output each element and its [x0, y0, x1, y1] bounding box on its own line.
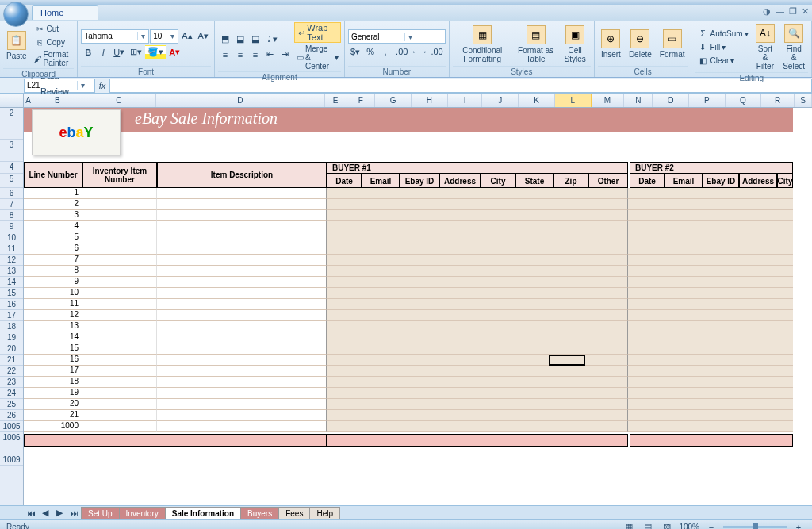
office-button[interactable]: [3, 2, 29, 27]
sheet-tab-sale-information[interactable]: Sale Information: [165, 507, 241, 519]
minimize-icon[interactable]: —: [776, 6, 784, 17]
wrap-icon: ↩: [297, 27, 305, 38]
find-icon: 🔍: [784, 24, 803, 43]
column-header: Other: [588, 174, 628, 188]
zoom-slider[interactable]: [723, 526, 787, 528]
align-middle-button[interactable]: ⬓: [233, 33, 247, 47]
insert-cells-button[interactable]: ⊕Insert: [598, 22, 624, 66]
row-headers[interactable]: 2345678910111213141516171819202122232425…: [0, 94, 24, 505]
zoom-in-button[interactable]: +: [791, 520, 806, 530]
indent-inc-button[interactable]: ⇥: [278, 48, 293, 62]
fill-color-button[interactable]: 🪣▾: [145, 45, 166, 59]
italic-button[interactable]: I: [96, 45, 110, 59]
sort-filter-button[interactable]: A↓Sort & Filter: [753, 22, 779, 72]
table-row[interactable]: 2: [24, 199, 793, 210]
close-icon[interactable]: ✕: [802, 6, 809, 17]
align-center-button[interactable]: ≡: [233, 48, 247, 62]
percent-button[interactable]: %: [363, 44, 377, 59]
paste-button[interactable]: 📋 Paste: [3, 22, 30, 68]
number-format-combo[interactable]: ▾: [348, 29, 446, 44]
format-as-table-button[interactable]: ▤Format as Table: [514, 22, 558, 66]
help-icon[interactable]: ◑: [763, 6, 771, 17]
table-row[interactable]: 11: [24, 299, 793, 310]
align-left-button[interactable]: ≡: [218, 48, 232, 62]
table-row[interactable]: 9: [24, 277, 793, 288]
underline-button[interactable]: U▾: [111, 45, 127, 59]
currency-button[interactable]: $▾: [348, 44, 362, 59]
find-select-button[interactable]: 🔍Find & Select: [779, 22, 808, 72]
delete-icon: ⊖: [630, 29, 649, 48]
autosum-button[interactable]: ΣAutoSum ▾: [695, 28, 750, 40]
table-row[interactable]: 13: [24, 321, 793, 332]
format-cells-button[interactable]: ▭Format: [657, 22, 688, 66]
column-header: Zip: [553, 174, 588, 188]
shrink-font-button[interactable]: A▾: [196, 29, 211, 44]
view-layout-button[interactable]: ▤: [641, 520, 655, 530]
column-headers[interactable]: ABCDEFGHIJKLMNOPQRS: [24, 94, 812, 108]
table-row[interactable]: 14: [24, 332, 793, 343]
align-right-button[interactable]: ≡: [248, 48, 262, 62]
table-row[interactable]: 20: [24, 399, 793, 410]
tab-nav-prev[interactable]: ◀: [38, 506, 52, 520]
table-row[interactable]: 1: [24, 188, 793, 199]
copy-icon: ⎘: [34, 36, 45, 48]
orientation-button[interactable]: ⤸▾: [263, 33, 280, 47]
copy-button[interactable]: ⎘Copy: [32, 36, 75, 48]
table-row[interactable]: 15: [24, 343, 793, 355]
border-button[interactable]: ⊞▾: [128, 45, 144, 59]
table-row[interactable]: 5: [24, 232, 793, 243]
sheet-tab-inventory[interactable]: Inventory: [119, 507, 166, 519]
table-row[interactable]: 12: [24, 310, 793, 321]
table-row[interactable]: 19: [24, 388, 793, 399]
tab-home[interactable]: Home: [32, 5, 98, 20]
conditional-formatting-button[interactable]: ▦Conditional Formatting: [453, 22, 512, 66]
tab-nav-first[interactable]: ⏮: [24, 506, 38, 520]
table-row[interactable]: 4: [24, 221, 793, 232]
table-row[interactable]: 8: [24, 266, 793, 277]
fill-button[interactable]: ⬇Fill ▾: [695, 41, 750, 54]
table-row[interactable]: 17: [24, 366, 793, 377]
zoom-out-button[interactable]: −: [704, 520, 718, 530]
status-text: Ready: [6, 523, 29, 529]
table-row[interactable]: 1000: [24, 421, 793, 432]
table-row[interactable]: 7: [24, 255, 793, 266]
tab-nav-last[interactable]: ⏭: [67, 506, 81, 520]
ebay-logo: ebaY: [32, 109, 121, 155]
cell-styles-button[interactable]: ▣Cell Styles: [559, 22, 590, 66]
view-normal-button[interactable]: ▦: [622, 520, 636, 530]
column-header: Email: [665, 174, 703, 188]
sheet-tab-buyers[interactable]: Buyers: [240, 507, 279, 519]
fill-icon: ⬇: [697, 42, 708, 53]
delete-cells-button[interactable]: ⊖Delete: [626, 22, 655, 66]
dec-decimal-button[interactable]: ←.00: [419, 44, 445, 59]
indent-dec-button[interactable]: ⇤: [263, 48, 278, 62]
cut-button[interactable]: ✂Cut: [32, 22, 75, 35]
merge-center-button[interactable]: ▭Merge & Center ▾: [294, 44, 341, 71]
font-size-combo[interactable]: ▾: [150, 29, 178, 44]
wrap-text-button[interactable]: ↩Wrap Text: [294, 22, 341, 43]
bold-button[interactable]: B: [81, 45, 95, 59]
align-top-button[interactable]: ⬒: [218, 33, 232, 47]
sheet-tab-fees[interactable]: Fees: [278, 507, 310, 519]
view-pagebreak-button[interactable]: ▧: [660, 520, 674, 530]
table-row[interactable]: 10: [24, 288, 793, 299]
clear-button[interactable]: ◧Clear ▾: [695, 55, 750, 67]
table-icon: ▤: [527, 25, 546, 44]
comma-button[interactable]: ,: [378, 44, 393, 59]
table-row[interactable]: 6: [24, 243, 793, 255]
sheet-tab-set-up[interactable]: Set Up: [81, 507, 120, 519]
format-painter-button[interactable]: 🖌Format Painter: [32, 49, 75, 68]
grow-font-button[interactable]: A▴: [179, 29, 194, 44]
font-name-combo[interactable]: ▾: [81, 29, 149, 44]
align-bottom-button[interactable]: ⬓: [248, 33, 262, 47]
table-row[interactable]: 18: [24, 377, 793, 388]
inc-decimal-button[interactable]: .00→: [393, 44, 419, 59]
restore-icon[interactable]: ❐: [789, 6, 797, 17]
table-row[interactable]: 3: [24, 210, 793, 221]
table-row[interactable]: 21: [24, 410, 793, 421]
table-row[interactable]: 16: [24, 355, 793, 366]
tab-nav-next[interactable]: ▶: [52, 506, 67, 520]
sheet-tab-help[interactable]: Help: [309, 507, 340, 519]
format-icon: ▭: [663, 29, 682, 48]
font-color-button[interactable]: A▾: [167, 45, 182, 59]
